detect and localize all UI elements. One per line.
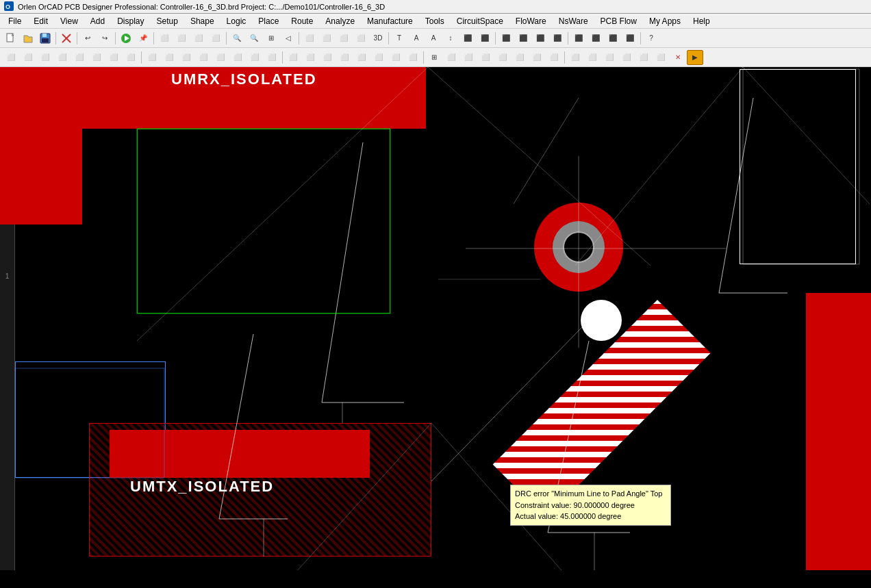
- menu-floware[interactable]: FloWare: [510, 15, 552, 27]
- menu-tools[interactable]: Tools: [420, 15, 450, 27]
- tb2-btn-15[interactable]: ⬜: [247, 50, 263, 65]
- zoom-fit[interactable]: ⊞: [263, 31, 279, 46]
- tb2-btn-7[interactable]: ⬜: [105, 50, 122, 65]
- menu-nsware[interactable]: NsWare: [553, 15, 594, 27]
- zoom-prev[interactable]: ◁: [280, 31, 296, 46]
- tb2-btn-5[interactable]: ⬜: [71, 50, 88, 65]
- redo-button[interactable]: ↪: [97, 31, 113, 46]
- tb2-btn-x[interactable]: ✕: [670, 50, 686, 65]
- tb2-btn-8[interactable]: ⬜: [123, 50, 139, 65]
- zoom-out[interactable]: 🔍: [246, 31, 262, 46]
- open-button[interactable]: [20, 31, 36, 46]
- tb-btn-g[interactable]: A: [408, 31, 425, 46]
- tb-btn-n[interactable]: ⬛: [532, 31, 548, 46]
- tb2-btn-4[interactable]: ⬜: [54, 50, 71, 65]
- tb-btn-7[interactable]: ⬜: [190, 31, 207, 46]
- tb-btn-r[interactable]: ⬛: [605, 31, 621, 46]
- svg-text:O: O: [5, 3, 10, 10]
- tb-btn-m[interactable]: ⬛: [515, 31, 531, 46]
- tb2-btn-32[interactable]: ⬜: [546, 50, 562, 65]
- tb2-btn-6[interactable]: ⬜: [88, 50, 105, 65]
- tb-btn-e[interactable]: 3D: [370, 31, 386, 46]
- tb2-btn-19[interactable]: ⬜: [319, 50, 336, 65]
- tb-btn-h[interactable]: A: [425, 31, 442, 46]
- tb2-btn-14[interactable]: ⬜: [229, 50, 246, 65]
- sep12: [282, 51, 283, 64]
- menu-view[interactable]: View: [55, 15, 84, 27]
- tb2-btn-3[interactable]: ⬜: [37, 50, 53, 65]
- tb-btn-6[interactable]: ⬜: [173, 31, 190, 46]
- tb2-btn-33[interactable]: ⬜: [567, 50, 583, 65]
- tb-btn-j[interactable]: ⬛: [459, 31, 476, 46]
- help-icon[interactable]: ?: [643, 31, 659, 46]
- tb2-btn-17[interactable]: ⬜: [285, 50, 301, 65]
- tb-btn-k[interactable]: ⬛: [477, 31, 493, 46]
- tb2-btn-21[interactable]: ⬜: [353, 50, 370, 65]
- tb-btn-a[interactable]: ⬜: [301, 31, 318, 46]
- tb2-btn-24[interactable]: ⬜: [405, 50, 421, 65]
- drc-tooltip: DRC error "Minimum Line to Pad Angle" To…: [510, 485, 671, 526]
- tb2-btn-37[interactable]: ⬜: [635, 50, 652, 65]
- tb-btn-d[interactable]: ⬜: [353, 31, 369, 46]
- menu-circuitspace[interactable]: CircuitSpace: [451, 15, 509, 27]
- tb2-btn-30[interactable]: ⬜: [512, 50, 528, 65]
- tb2-btn-28[interactable]: ⬜: [477, 50, 494, 65]
- menu-add[interactable]: Add: [85, 15, 110, 27]
- tb2-btn-22[interactable]: ⬜: [370, 50, 387, 65]
- undo-button[interactable]: ↩: [79, 31, 96, 46]
- save-button[interactable]: [37, 31, 53, 46]
- pin-btn[interactable]: 📌: [135, 31, 151, 46]
- tb-btn-i[interactable]: ↕: [442, 31, 459, 46]
- tb-btn-q[interactable]: ⬛: [588, 31, 604, 46]
- tb2-btn-1[interactable]: ⬜: [3, 50, 19, 65]
- tb-btn-8[interactable]: ⬜: [207, 31, 224, 46]
- tb2-btn-16[interactable]: ⬜: [264, 50, 280, 65]
- cross-icon[interactable]: [58, 31, 75, 46]
- tb2-btn-18[interactable]: ⬜: [302, 50, 318, 65]
- menu-edit[interactable]: Edit: [28, 15, 53, 27]
- tb2-btn-27[interactable]: ⬜: [460, 50, 477, 65]
- tb2-btn-13[interactable]: ⬜: [212, 50, 229, 65]
- tb-btn-f[interactable]: T: [391, 31, 407, 46]
- tb2-btn-23[interactable]: ⬜: [388, 50, 404, 65]
- tb2-btn-38[interactable]: ⬜: [653, 50, 669, 65]
- tb2-btn-11[interactable]: ⬜: [178, 50, 194, 65]
- zoom-in[interactable]: 🔍: [229, 31, 245, 46]
- tb2-btn-12[interactable]: ⬜: [195, 50, 212, 65]
- new-button[interactable]: [3, 31, 19, 46]
- tb2-btn-26[interactable]: ⬜: [443, 50, 459, 65]
- menu-help[interactable]: Help: [687, 15, 716, 27]
- tb2-btn-9[interactable]: ⬜: [144, 50, 160, 65]
- menu-myapps[interactable]: My Apps: [644, 15, 686, 27]
- tb-btn-s[interactable]: ⬛: [622, 31, 638, 46]
- tb2-btn-20[interactable]: ⬜: [336, 50, 353, 65]
- tb-btn-l[interactable]: ⬛: [498, 31, 514, 46]
- menu-logic[interactable]: Logic: [221, 15, 252, 27]
- tb2-btn-36[interactable]: ⬜: [618, 50, 635, 65]
- menu-display[interactable]: Display: [112, 15, 149, 27]
- menu-route[interactable]: Route: [286, 15, 318, 27]
- tb-btn-5[interactable]: ⬜: [156, 31, 173, 46]
- tb2-btn-35[interactable]: ⬜: [601, 50, 618, 65]
- tb2-btn-31[interactable]: ⬜: [529, 50, 545, 65]
- tb-btn-o[interactable]: ⬛: [549, 31, 566, 46]
- menu-pcbflow[interactable]: PCB Flow: [595, 15, 642, 27]
- tb-btn-c[interactable]: ⬜: [336, 31, 352, 46]
- tb2-btn-2[interactable]: ⬜: [20, 50, 36, 65]
- menu-manufacture[interactable]: Manufacture: [362, 15, 418, 27]
- tb-btn-p[interactable]: ⬛: [570, 31, 587, 46]
- menu-analyze[interactable]: Analyze: [320, 15, 360, 27]
- tb2-btn-10[interactable]: ⬜: [161, 50, 177, 65]
- tb-btn-b[interactable]: ⬜: [318, 31, 335, 46]
- tb2-btn-active[interactable]: ▶: [687, 50, 703, 65]
- canvas-area[interactable]: 1 UMRX_ISOLATED UMTX_ISOLATED: [0, 67, 871, 570]
- tb2-btn-25[interactable]: ⊞: [426, 50, 442, 65]
- menu-place[interactable]: Place: [253, 15, 284, 27]
- run-btn[interactable]: [118, 31, 134, 46]
- ruler-label: 1: [5, 272, 10, 280]
- menu-setup[interactable]: Setup: [151, 15, 184, 27]
- menu-file[interactable]: File: [3, 15, 27, 27]
- tb2-btn-34[interactable]: ⬜: [584, 50, 601, 65]
- tb2-btn-29[interactable]: ⬜: [494, 50, 511, 65]
- menu-shape[interactable]: Shape: [185, 15, 220, 27]
